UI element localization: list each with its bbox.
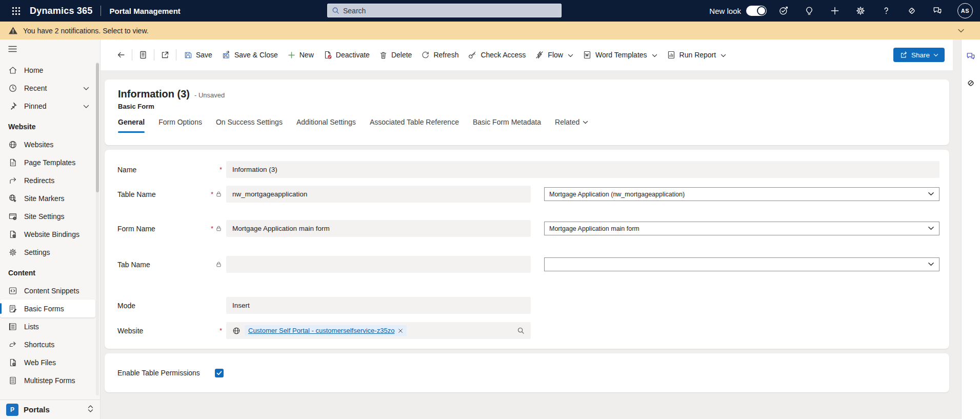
notification-bar[interactable]: You have 2 notifications. Select to view… — [0, 22, 980, 39]
sidebar-item-label: Websites — [24, 141, 53, 149]
mode-input[interactable]: Insert — [226, 297, 531, 314]
main-area: Save Save & Close New Deactivate Delete — [101, 39, 961, 419]
record-entity-type: Basic Form — [118, 103, 939, 110]
chevron-down-icon[interactable] — [83, 84, 89, 92]
website-lookup-field[interactable]: Customer Self Portal - customerselfservi… — [226, 322, 531, 339]
sidebar-item-recent[interactable]: Recent — [0, 79, 95, 97]
chevron-down-icon[interactable] — [957, 27, 965, 35]
delete-button[interactable]: Delete — [374, 48, 416, 63]
enable-table-permissions-checkbox[interactable] — [215, 369, 224, 377]
sidebar: Home Recent Pinned Website Websites — [0, 39, 101, 419]
form-name-select[interactable]: Mortgage Application main form — [544, 222, 939, 235]
tab-name-input[interactable] — [226, 256, 531, 273]
field-label: Name — [117, 166, 204, 174]
sidebar-item-web-files[interactable]: Web Files — [0, 353, 95, 371]
new-button[interactable]: New — [283, 48, 318, 63]
gear-icon[interactable] — [855, 5, 866, 16]
deactivate-button[interactable]: Deactivate — [318, 47, 374, 63]
save-button[interactable]: Save — [179, 48, 217, 63]
back-arrow-icon[interactable] — [113, 47, 129, 63]
chevron-down-icon — [568, 51, 573, 59]
sidebar-item-settings[interactable]: Settings — [0, 243, 95, 261]
add-icon[interactable] — [829, 5, 841, 16]
form-name-input[interactable]: Mortgage Application main form — [226, 220, 531, 237]
sidebar-item-label: Web Files — [24, 358, 56, 367]
sidebar-item-lists[interactable]: Lists — [0, 317, 95, 335]
save-and-close-label: Save & Close — [234, 51, 278, 59]
check-access-button[interactable]: Check Access — [463, 47, 530, 63]
tab-general[interactable]: General — [118, 118, 145, 127]
copilot-icon[interactable] — [965, 77, 976, 89]
tab-on-success-settings[interactable]: On Success Settings — [216, 118, 283, 127]
select-value: Mortgage Application main form — [549, 225, 639, 232]
tab-additional-settings[interactable]: Additional Settings — [296, 118, 356, 127]
name-input[interactable]: Information (3) — [226, 161, 939, 178]
tab-associated-table-reference[interactable]: Associated Table Reference — [370, 118, 459, 127]
sidebar-item-label: Home — [24, 66, 43, 74]
brand-title[interactable]: Dynamics 365 — [30, 6, 92, 16]
avatar[interactable]: AS — [957, 3, 973, 18]
sidebar-item-redirects[interactable]: Redirects — [0, 171, 95, 189]
share-icon — [899, 51, 908, 59]
table-name-input[interactable]: nw_mortgageapplication — [226, 186, 531, 203]
field-label: Table Name — [117, 190, 204, 198]
sidebar-item-content-snippets[interactable]: Content Snippets — [0, 282, 95, 300]
sidebar-item-websites[interactable]: Websites — [0, 135, 95, 153]
sidebar-item-home[interactable]: Home — [0, 61, 95, 79]
sidebar-item-site-markers[interactable]: Site Markers — [0, 189, 95, 207]
copilot-icon[interactable] — [906, 5, 917, 16]
redirect-icon — [8, 176, 17, 185]
sidebar-item-page-templates[interactable]: Page Templates — [0, 153, 95, 171]
key-icon — [468, 50, 477, 59]
help-icon[interactable] — [881, 5, 892, 16]
tab-basic-form-metadata[interactable]: Basic Form Metadata — [473, 118, 541, 127]
global-search[interactable] — [327, 4, 562, 17]
sidebar-item-website-bindings[interactable]: Website Bindings — [0, 225, 95, 243]
close-icon[interactable] — [398, 328, 403, 333]
chevron-down-icon — [721, 51, 726, 59]
page-template-icon — [8, 158, 17, 167]
run-report-button[interactable]: Run Report — [662, 47, 731, 63]
search-input[interactable] — [343, 7, 557, 15]
task-check-icon[interactable] — [778, 5, 789, 16]
popout-icon[interactable] — [157, 47, 173, 63]
sidebar-item-multistep-forms[interactable]: Multistep Forms — [0, 371, 95, 389]
sidebar-item-shortcuts[interactable]: Shortcuts — [0, 335, 95, 353]
trash-icon — [379, 51, 388, 59]
hamburger-icon[interactable] — [0, 39, 100, 58]
feedback-icon[interactable] — [965, 51, 976, 62]
area-switcher[interactable]: P Portals — [0, 400, 100, 419]
app-name[interactable]: Portal Management — [109, 7, 180, 15]
search-icon[interactable] — [517, 327, 525, 334]
table-name-select[interactable]: Mortgage Application (nw_mortgageapplica… — [544, 187, 939, 201]
delete-label: Delete — [391, 51, 412, 59]
tab-form-options[interactable]: Form Options — [158, 118, 202, 127]
website-record-link[interactable]: Customer Self Portal - customerselfservi… — [248, 327, 394, 334]
sidebar-item-site-settings[interactable]: Site Settings — [0, 207, 95, 225]
form-content: Information (3) - Unsaved Basic Form Gen… — [101, 70, 953, 419]
new-label: New — [299, 51, 314, 59]
sidebar-item-pinned[interactable]: Pinned — [0, 97, 95, 115]
chevron-down-icon[interactable] — [83, 102, 89, 110]
new-look-toggle[interactable] — [746, 6, 767, 16]
chevron-down-icon — [583, 121, 588, 124]
sidebar-item-label: Redirects — [24, 176, 54, 185]
word-templates-button[interactable]: Word Templates — [578, 47, 662, 63]
command-divider — [132, 49, 132, 61]
portals-badge: P — [6, 404, 18, 416]
lightbulb-icon[interactable] — [804, 5, 815, 16]
form-switcher-icon[interactable] — [135, 47, 151, 63]
required-asterisk: * — [211, 226, 213, 231]
sidebar-item-basic-forms[interactable]: Basic Forms — [0, 300, 95, 317]
refresh-button[interactable]: Refresh — [416, 48, 463, 63]
feedback-icon[interactable] — [932, 5, 943, 16]
tab-related[interactable]: Related — [555, 118, 588, 127]
word-templates-label: Word Templates — [595, 51, 647, 59]
waffle-icon[interactable] — [7, 2, 25, 19]
area-label: Portals — [24, 405, 50, 414]
save-and-close-button[interactable]: Save & Close — [217, 47, 283, 63]
flow-button[interactable]: Flow — [530, 47, 578, 63]
tab-name-select[interactable] — [544, 257, 939, 271]
sidebar-scrollbar-thumb[interactable] — [96, 63, 99, 192]
share-button[interactable]: Share — [893, 48, 945, 62]
